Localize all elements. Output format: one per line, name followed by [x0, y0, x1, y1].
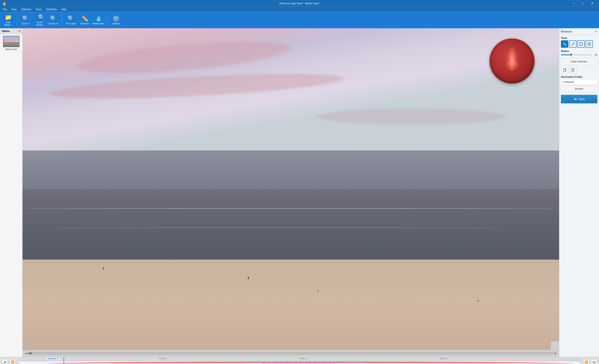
timeline-scrollbar-area: ◀ ▶: [23, 350, 559, 357]
timeline-scrollbar[interactable]: [28, 352, 554, 355]
water-layer: [23, 151, 559, 263]
zoom-out-label: Zoom out: [49, 22, 58, 25]
flame-icon: [500, 45, 524, 77]
video-thumbnail-item[interactable]: Beach.mp4: [0, 34, 22, 52]
add-files-button[interactable]: 📁 Add File(s)...: [2, 13, 14, 27]
logo-circle: [490, 38, 535, 84]
start-button[interactable]: ➡ Start: [561, 95, 597, 103]
options-label: Options: [112, 22, 120, 25]
rect-icon: [579, 42, 583, 46]
time-marker-1: 00:00:05: [159, 357, 166, 359]
remove-icon: ✏️: [81, 16, 88, 21]
toolbar-separator-1: [17, 14, 17, 27]
clear-section: Clear selection: [561, 58, 597, 73]
cloud-3: [318, 109, 505, 125]
destination-path-input[interactable]: [561, 79, 597, 85]
find-logo-button[interactable]: 🔍 Find Logo: [65, 13, 77, 27]
timeline-scroll-left[interactable]: ◀: [25, 352, 27, 355]
zoom-out-icon: 🔍: [50, 16, 57, 21]
destination-section: Destination Folder Browse: [561, 76, 597, 92]
zoom-normal-label: Zoom normal: [33, 21, 46, 26]
tick-marks: [19, 360, 580, 361]
watermarks-label: Watermarks: [93, 22, 105, 25]
find-logo-label: Find Logo: [66, 22, 76, 25]
timeline-ruler: 00:00:00 00:00:05 00:00:10 00:00:15: [19, 357, 580, 361]
toolbar-separator-2: [62, 14, 62, 27]
timeline-content-bar: Remove watermark from the whole video. D…: [19, 361, 580, 364]
minimize-button[interactable]: ─: [569, 0, 578, 7]
sidebar: Videos ✕ Beach.mp4: [0, 28, 23, 357]
prev-frame-button[interactable]: ⏪: [9, 359, 16, 364]
timeline-content-text: Remove watermark from the whole video. D…: [263, 363, 336, 364]
zoom-in-icon: 🔍: [22, 16, 29, 21]
app-logo: 🔥: [2, 1, 7, 6]
menu-selection[interactable]: Selection: [19, 7, 33, 11]
svg-rect-5: [564, 69, 565, 71]
paste-icon: [571, 68, 575, 72]
svg-rect-0: [580, 43, 582, 45]
copy-icon: [563, 68, 566, 72]
beach-layer: [23, 260, 559, 350]
video-canvas: [23, 28, 559, 350]
radius-slider[interactable]: [561, 54, 592, 55]
brush-tool-button[interactable]: ✏️: [561, 40, 568, 48]
person-4: [478, 300, 479, 302]
menu-softorbits[interactable]: SoftOrbits: [44, 7, 59, 11]
timeline-scroll-right[interactable]: ▶: [554, 352, 557, 355]
skip-to-end-button[interactable]: ⏭: [591, 359, 597, 364]
video-background: [23, 28, 559, 350]
playhead[interactable]: [64, 357, 64, 364]
copy-paste-row: [561, 66, 597, 73]
start-arrow-icon: ➡: [574, 97, 577, 101]
remove-label: Remove: [81, 22, 89, 25]
interval-tool-button[interactable]: [585, 40, 593, 48]
options-icon: ⚙️: [113, 16, 120, 21]
right-panel: Remove ✕ Tools ✏️ 🖌️: [559, 28, 599, 357]
add-files-icon: 📁: [5, 15, 12, 20]
radius-thumb: [570, 53, 573, 56]
remove-button[interactable]: ✏️ Remove: [79, 13, 91, 27]
rect-tool-button[interactable]: [577, 40, 585, 48]
radius-row: 31: [561, 53, 597, 56]
video-area: ◀ ▶: [23, 28, 559, 357]
options-button[interactable]: ⚙️ Options: [110, 13, 122, 27]
zoom-normal-icon: 🔎: [36, 15, 43, 20]
find-logo-icon: 🔍: [67, 16, 74, 21]
clear-selection-button[interactable]: Clear selection: [561, 58, 597, 65]
destination-label: Destination Folder: [561, 76, 597, 78]
start-label: Start: [579, 98, 585, 101]
menu-help[interactable]: Help: [59, 7, 69, 11]
paste-button[interactable]: [569, 66, 576, 73]
watermarks-button[interactable]: 💧 Watermarks: [93, 13, 105, 27]
logo-overlay: [490, 38, 535, 84]
menu-tools[interactable]: Tools: [34, 7, 44, 11]
radius-value: 31: [593, 53, 597, 56]
copy-button[interactable]: [561, 66, 568, 73]
person-3: [318, 290, 318, 292]
playback-bar: ⏮ ⏪ 00:00:00 00:00:05 00:00:10 00:00:15 …: [0, 357, 599, 364]
menu-view[interactable]: View: [9, 7, 19, 11]
watermarks-icon: 💧: [95, 16, 102, 21]
skip-to-start-button[interactable]: ⏮: [2, 359, 8, 364]
next-frame-button[interactable]: ⏩: [583, 359, 590, 364]
tools-section: Tools ✏️ 🖌️: [561, 37, 597, 48]
menu-file[interactable]: File: [1, 7, 9, 11]
zoom-normal-button[interactable]: 🔎 Zoom normal: [33, 13, 46, 27]
toolbar-separator-3: [107, 14, 107, 27]
eraser-tool-button[interactable]: 🖌️: [569, 40, 576, 48]
sidebar-header: Videos ✕: [0, 28, 22, 34]
panel-close-button[interactable]: ✕: [595, 30, 597, 33]
maximize-button[interactable]: □: [578, 0, 588, 7]
video-filename-label: Beach.mp4: [6, 48, 17, 50]
interval-icon: [587, 42, 591, 46]
add-files-label: Add File(s)...: [4, 21, 12, 26]
close-button[interactable]: ✕: [588, 0, 597, 7]
toolbar: 📁 Add File(s)... 🔍 Zoom in 🔎 Zoom normal…: [0, 12, 599, 28]
browse-button[interactable]: Browse: [561, 86, 597, 92]
sidebar-close-button[interactable]: ✕: [18, 29, 21, 33]
zoom-out-button[interactable]: 🔍 Zoom out: [47, 13, 60, 27]
timeline-track: 00:00:00 00:00:05 00:00:10 00:00:15 00:0…: [19, 357, 580, 364]
sidebar-title: Videos: [2, 30, 10, 33]
zoom-in-button[interactable]: 🔍 Zoom in: [19, 13, 32, 27]
panel-header: Remove ✕: [561, 30, 597, 35]
